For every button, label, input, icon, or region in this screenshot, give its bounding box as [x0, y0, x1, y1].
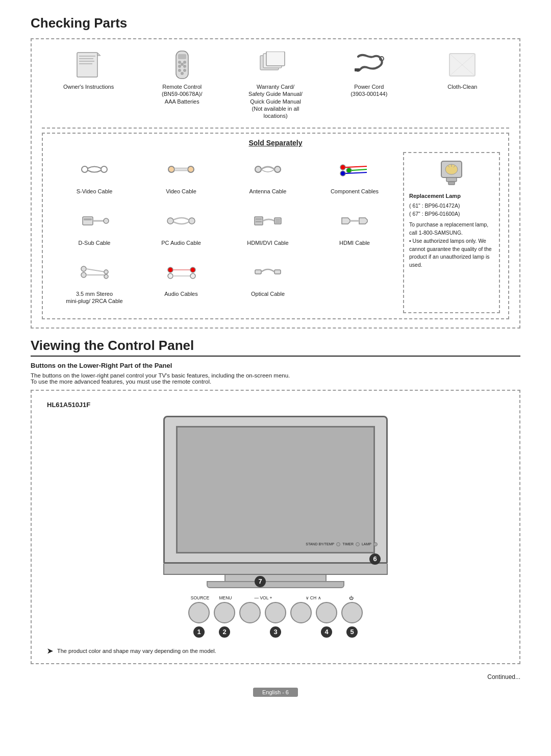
svg-point-42: [167, 218, 173, 224]
svg-point-9: [183, 61, 186, 64]
lamp-info-box: Replacement Lamp ( 61" : BP96-01472A) ( …: [403, 152, 500, 313]
svg-rect-38: [83, 217, 93, 225]
footnote-text: The product color and shape may vary dep…: [57, 648, 216, 654]
svg-line-35: [345, 166, 367, 167]
svg-point-58: [168, 273, 173, 279]
btn-number-1: 1: [193, 626, 205, 638]
svg-rect-31: [274, 166, 281, 172]
component-cables-label: Component Cables: [331, 188, 379, 195]
part-s-video-cable: S-Video Cable: [51, 152, 138, 197]
svg-rect-66: [446, 178, 457, 182]
svg-point-57: [168, 267, 173, 272]
ch-down-button[interactable]: [290, 602, 312, 623]
lamp-body: To purchase a replacement lamp, call 1-8…: [409, 221, 494, 269]
remote-control-label: Remote Control (BN59-00678A)/ AAA Batter…: [162, 83, 203, 105]
number-circles-row: 1 2 3 4 5: [188, 626, 363, 638]
svg-point-33: [340, 171, 345, 176]
svg-rect-30: [255, 166, 261, 172]
svg-point-32: [340, 165, 345, 170]
lamp-title: Replacement Lamp: [409, 192, 494, 200]
svg-line-37: [352, 169, 367, 170]
control-panel-box: HL61A510J1F STAND BY/TEMP: [31, 390, 520, 664]
tv-frame: [163, 416, 388, 564]
svg-point-12: [181, 63, 184, 66]
optical-cable-label: Optical Cable: [251, 290, 285, 297]
separator: [42, 128, 509, 129]
video-cable-label: Video Cable: [166, 188, 196, 195]
pc-audio-cable-icon: [163, 206, 199, 236]
vol-minus-button[interactable]: [239, 602, 261, 623]
svg-rect-47: [274, 218, 281, 224]
component-cables-icon: [337, 154, 372, 185]
source-button[interactable]: [188, 602, 210, 623]
sold-row-1: S-Video Cable Video Cable: [51, 152, 398, 197]
svg-rect-67: [448, 182, 455, 185]
optical-cable-icon: [250, 257, 286, 287]
svg-point-14: [183, 69, 186, 72]
svg-point-24: [82, 166, 88, 172]
timer-dot: [356, 542, 360, 546]
s-video-cable-icon: [77, 154, 112, 185]
part-video-cable: Video Cable: [138, 152, 224, 197]
svg-point-43: [189, 218, 195, 224]
btn-number-2: 2: [219, 626, 230, 638]
svg-marker-5: [97, 53, 101, 56]
svg-rect-7: [178, 54, 186, 59]
hdmi-cable-icon: [337, 206, 372, 236]
svg-point-51: [81, 266, 86, 271]
page-footer: English - 6: [31, 688, 520, 697]
svg-rect-2: [79, 58, 93, 59]
svg-point-8: [178, 61, 181, 64]
remote-control-icon: [164, 49, 200, 80]
cloth-clean-label: Cloth-Clean: [447, 83, 477, 90]
svg-rect-46: [256, 221, 262, 222]
svg-point-61: [190, 267, 195, 272]
part-pc-audio-cable: PC Audio Cable: [138, 204, 224, 248]
svg-point-52: [81, 272, 86, 278]
svg-rect-48: [276, 219, 280, 221]
menu-button[interactable]: [214, 602, 235, 623]
d-sub-cable-icon: [77, 206, 112, 236]
svg-point-11: [183, 65, 186, 68]
page-label: English - 6: [253, 688, 298, 697]
warranty-card-icon: [258, 49, 293, 80]
svg-point-15: [181, 72, 184, 75]
power-label: ⏻: [340, 595, 362, 600]
btn-number-4: 4: [321, 626, 332, 638]
sold-row-3: 3.5 mm Stereo mini-plug/ 2RCA Cable: [51, 255, 398, 307]
part-empty: [311, 255, 398, 259]
part-component-cables: Component Cables: [311, 152, 398, 197]
svg-rect-63: [255, 270, 261, 274]
model-label: HL61A510J1F: [47, 401, 504, 409]
svg-point-13: [178, 69, 181, 72]
power-button[interactable]: [341, 602, 363, 623]
stereo-cable-label: 3.5 mm Stereo mini-plug/ 2RCA Cable: [66, 290, 122, 305]
callout-6: 6: [369, 553, 381, 565]
part-warranty-card: Warranty Card/ Safety Guide Manual/ Quic…: [229, 47, 322, 121]
svg-rect-39: [84, 218, 92, 220]
owners-instructions-icon: [71, 49, 107, 80]
part-power-cord: Power Cord (3903-000144): [322, 47, 416, 100]
svg-rect-49: [276, 221, 280, 223]
hdmi-dvi-cable-icon: [250, 206, 286, 236]
included-parts-row: Owner's Instructions Remote Control: [42, 47, 509, 121]
part-d-sub-cable: D-Sub Cable: [51, 204, 138, 248]
vol-plus-button[interactable]: [265, 602, 286, 623]
timer-label: TIMER: [342, 542, 354, 546]
svg-point-41: [104, 218, 109, 223]
footnote-arrow: ➤: [47, 647, 53, 655]
btn-number-3: 3: [270, 626, 281, 638]
checking-parts-box: Owner's Instructions Remote Control: [31, 38, 520, 329]
audio-cables-icon: [163, 257, 199, 287]
ch-up-button[interactable]: [316, 602, 337, 623]
antenna-cable-icon: [250, 154, 286, 185]
cloth-clean-icon: [444, 49, 480, 80]
part-hdmi-cable: HDMI Cable: [311, 204, 398, 248]
antenna-cable-label: Antenna Cable: [249, 188, 287, 195]
lamp-line2: ( 67" : BP96-01600A): [409, 210, 494, 218]
footnote-row: ➤ The product color and shape may vary d…: [47, 647, 504, 655]
svg-rect-64: [274, 270, 281, 274]
tv-stand-neck: [224, 575, 327, 581]
pc-audio-cable-label: PC Audio Cable: [161, 239, 201, 246]
svg-rect-1: [79, 56, 95, 57]
